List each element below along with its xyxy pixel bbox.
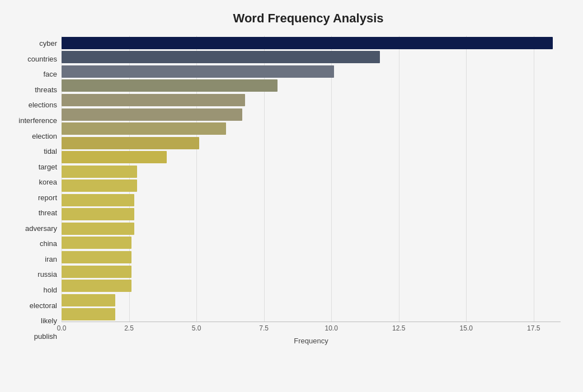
chart-title: Word Frequency Analysis: [11, 11, 561, 26]
bar-row: [62, 193, 561, 207]
y-label: cyber: [11, 36, 62, 51]
bar-row: [62, 93, 561, 107]
x-tick: 0.0: [57, 324, 67, 332]
y-axis-labels: cybercountriesfacethreatselectionsinterf…: [11, 36, 62, 344]
x-tick: 12.5: [392, 324, 405, 332]
y-label: electoral: [11, 297, 62, 313]
bar: [62, 294, 115, 306]
bar-row: [62, 164, 561, 179]
bar-row: [62, 278, 561, 293]
y-label: face: [11, 67, 62, 82]
x-tick: 7.5: [259, 324, 269, 332]
y-label: target: [11, 159, 62, 174]
bar-row: [62, 293, 561, 308]
bar-row: [62, 307, 561, 322]
bar-row: [62, 79, 561, 93]
x-axis: 0.02.55.07.510.012.515.017.5 Frequency: [62, 322, 561, 344]
y-label: korea: [11, 174, 62, 190]
x-tick: 15.0: [460, 324, 473, 332]
bar: [62, 79, 278, 92]
bar: [62, 108, 242, 121]
x-ticks: 0.02.55.07.510.012.515.017.5: [62, 323, 561, 334]
bar-row: [62, 178, 561, 193]
bar-row: [62, 236, 561, 251]
bar-row: [62, 107, 561, 122]
bar: [62, 151, 167, 163]
bar: [62, 166, 137, 178]
bar-row: [62, 265, 561, 279]
bar-row: [62, 50, 561, 65]
y-label: countries: [11, 51, 62, 67]
bar: [62, 208, 134, 220]
bar: [62, 280, 131, 292]
y-label: interference: [11, 113, 62, 129]
bar: [62, 137, 199, 149]
bars-wrapper: [62, 36, 561, 322]
bar: [62, 237, 131, 249]
y-label: russia: [11, 267, 62, 282]
x-axis-line: [62, 322, 561, 322]
x-tick: 5.0: [192, 324, 201, 332]
bar: [62, 94, 245, 106]
bars-and-xaxis: 0.02.55.07.510.012.515.017.5 Frequency: [62, 36, 561, 344]
bar-row: [62, 136, 561, 150]
bar: [62, 251, 131, 263]
bar-row: [62, 36, 561, 50]
bar: [62, 51, 380, 63]
bar-row: [62, 121, 561, 136]
bar: [62, 37, 553, 49]
x-tick: 2.5: [124, 324, 134, 332]
chart-container: Word Frequency Analysis cybercountriesfa…: [0, 0, 583, 392]
bar: [62, 266, 131, 278]
y-label: iran: [11, 252, 62, 267]
bar-row: [62, 64, 561, 79]
y-label: likely: [11, 313, 62, 329]
bar: [62, 180, 137, 192]
bar: [62, 122, 226, 135]
y-label: publish: [11, 328, 62, 344]
y-label: election: [11, 128, 62, 144]
bar: [62, 223, 134, 235]
bar: [62, 308, 115, 320]
x-tick: 10.0: [325, 324, 337, 332]
bar: [62, 194, 134, 206]
x-axis-label: Frequency: [62, 337, 561, 345]
y-label: hold: [11, 282, 62, 298]
bar-row: [62, 250, 561, 265]
bar-row: [62, 221, 561, 236]
bar: [62, 65, 334, 78]
y-label: tidal: [11, 144, 62, 159]
y-label: china: [11, 236, 62, 252]
bar-row: [62, 207, 561, 222]
bar-row: [62, 150, 561, 164]
y-label: elections: [11, 97, 62, 113]
x-tick: 17.5: [527, 324, 540, 332]
y-label: threats: [11, 82, 62, 98]
y-label: adversary: [11, 221, 62, 237]
bars-grid: [62, 36, 561, 322]
y-label: threat: [11, 205, 62, 221]
y-label: report: [11, 190, 62, 205]
